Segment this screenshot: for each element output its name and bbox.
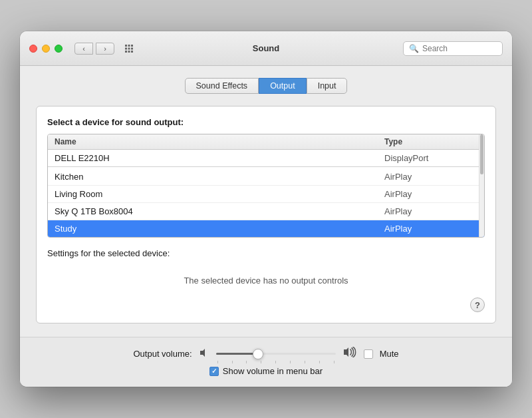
col-type-header: Type [384,137,477,146]
settings-title: Settings for the selected device: [47,248,485,258]
show-volume-row: ✓ Show volume in menu bar [209,366,323,376]
device-name: Sky Q 1TB Box8004 [55,206,384,216]
content-area: Sound Effects Output Input Select a devi… [20,66,512,337]
window-title: Sound [253,43,279,53]
svg-rect-0 [125,45,127,47]
device-type: DisplayPort [384,153,477,163]
tick [275,361,276,363]
device-type: AirPlay [384,172,477,182]
table-row[interactable]: Sky Q 1TB Box8004 AirPlay [48,203,484,220]
help-button[interactable]: ? [470,298,485,312]
slider-ticks [216,361,336,363]
search-box[interactable]: 🔍 [403,41,503,56]
table-row[interactable]: Living Room AirPlay [48,186,484,203]
svg-rect-8 [131,51,133,53]
tick [246,361,247,363]
checkmark-icon: ✓ [211,367,217,375]
table-row[interactable]: DELL E2210H DisplayPort [48,150,484,167]
titlebar: ‹ › Sound 🔍 [20,31,512,66]
volume-section: Output volume: [20,337,512,387]
scrollbar-thumb[interactable] [480,134,483,174]
slider-thumb[interactable] [253,349,263,359]
tab-sound-effects[interactable]: Sound Effects [185,78,259,94]
svg-rect-1 [128,45,130,47]
svg-marker-10 [344,347,348,357]
col-name-header: Name [55,137,384,146]
svg-rect-6 [125,51,127,53]
device-type: AirPlay [384,224,477,234]
tick [305,361,305,363]
bottom-bar: Output volume: [20,337,512,387]
nav-buttons: ‹ › [74,43,114,55]
no-controls-message: The selected device has no output contro… [47,264,485,295]
traffic-lights [29,45,63,53]
svg-rect-4 [128,47,130,49]
show-volume-checkbox[interactable]: ✓ [209,367,219,376]
output-panel: Select a device for sound output: Name T… [36,106,496,323]
volume-row: Output volume: [133,347,398,361]
sound-window: ‹ › Sound 🔍 Sound Effects [20,31,512,387]
tab-input[interactable]: Input [307,78,348,94]
help-row: ? [47,295,485,312]
device-table: Name Type DELL E2210H DisplayPort Kitche… [47,134,485,238]
svg-rect-7 [128,51,130,53]
svg-rect-2 [131,45,133,47]
mute-checkbox[interactable] [364,349,373,359]
back-button[interactable]: ‹ [74,43,93,55]
device-type: AirPlay [384,189,477,199]
slider-track [216,353,336,355]
table-header: Name Type [48,134,484,150]
maximize-button[interactable] [55,45,63,53]
tick [217,361,218,363]
table-row[interactable]: Kitchen AirPlay [48,168,484,186]
minimize-button[interactable] [42,45,50,53]
device-name: Kitchen [55,172,384,182]
device-name: DELL E2210H [55,153,384,163]
volume-low-icon [199,348,209,359]
volume-high-icon [342,347,357,361]
show-volume-label: Show volume in menu bar [223,366,323,376]
svg-marker-9 [200,349,205,357]
tabs: Sound Effects Output Input [36,78,496,94]
search-input[interactable] [422,44,497,53]
grid-button[interactable] [120,43,138,55]
slider-fill [216,353,258,355]
table-body: DELL E2210H DisplayPort Kitchen AirPlay … [48,150,484,237]
tick [232,361,233,363]
tab-output[interactable]: Output [259,78,307,94]
panel-title: Select a device for sound output: [47,117,485,127]
tick [290,361,291,363]
forward-button[interactable]: › [96,43,114,55]
device-name: Study [55,224,384,234]
tick [261,361,261,363]
svg-rect-3 [125,47,127,49]
table-row[interactable]: Study AirPlay [48,220,484,237]
search-icon: 🔍 [409,44,419,53]
volume-slider[interactable] [216,348,336,360]
svg-rect-5 [131,47,133,49]
close-button[interactable] [29,45,37,53]
tick [334,361,334,363]
mute-label: Mute [380,349,399,359]
device-name: Living Room [55,189,384,199]
device-type: AirPlay [384,206,477,216]
tick [319,361,320,363]
scrollbar-track[interactable] [479,134,484,237]
volume-label: Output volume: [133,349,192,359]
